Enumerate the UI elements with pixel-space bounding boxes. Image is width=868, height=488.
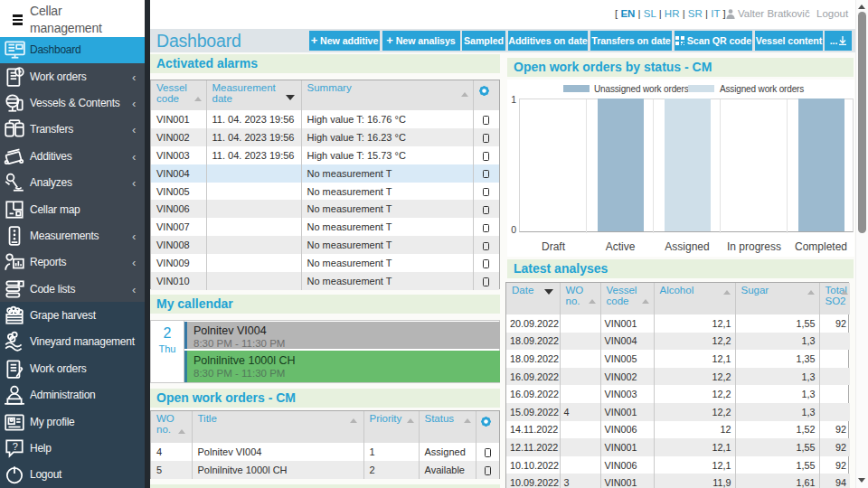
svg-text:?: ?: [13, 441, 18, 452]
